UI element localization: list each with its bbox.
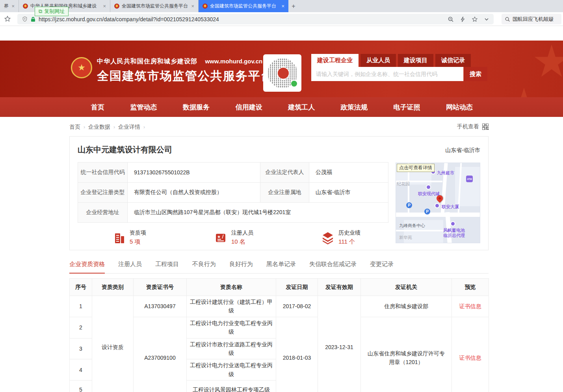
search-tab-personnel[interactable]: 从业人员 (360, 54, 396, 67)
col-serial: 序号 (70, 279, 92, 296)
shield-icon[interactable] (22, 16, 28, 22)
poi-pin-icon (435, 203, 440, 208)
breadcrumb-home[interactable]: 首页 (69, 124, 80, 131)
favorite-star-icon[interactable] (472, 16, 478, 22)
tab-blacklist[interactable]: 黑名单记录 (266, 261, 296, 274)
poi-garden: 纪花园 (397, 181, 410, 187)
copy-icon: ⧉ (39, 8, 42, 15)
company-location-map[interactable]: 点击可查看详情 九州超市 ATM 纪花园 联安现代城 联安大厦 P P 九峰商务… (396, 163, 480, 243)
nav-item-policy[interactable]: 政策法规 (341, 103, 368, 112)
cell-serial: 5 (70, 381, 92, 392)
cell-cert-no: A237009100 (134, 317, 187, 392)
stat-label: 资质项 (130, 229, 146, 237)
company-region: 山东省-临沂市 (445, 147, 480, 154)
chevron-down-icon[interactable] (484, 17, 489, 22)
new-tab-button[interactable]: + (288, 0, 299, 12)
nav-item-data-service[interactable]: 数据服务 (183, 103, 210, 112)
legal-representative-value: 公茂福 (309, 163, 388, 183)
nav-item-workers[interactable]: 建筑工人 (288, 103, 315, 112)
search-tab-project[interactable]: 建设项目 (398, 54, 433, 67)
search-category-tabs: 建设工程企业 从业人员 建设项目 诚信记录 (311, 54, 487, 67)
close-icon[interactable]: × (103, 3, 106, 9)
field-label: 企业经营地址 (78, 203, 128, 223)
search-tab-credit[interactable]: 诚信记录 (435, 54, 471, 67)
qr-code-icon (482, 124, 489, 130)
mobile-view-control[interactable]: 手机查看 (457, 123, 489, 130)
url-text[interactable]: https://jzsc.mohurd.gov.cn/data/company/… (39, 16, 219, 22)
search-button[interactable]: 搜索 (463, 67, 487, 81)
bookmark-star-icon[interactable] (4, 15, 11, 22)
hot-search-text[interactable]: 国航回应飞机颠簸 (513, 16, 554, 23)
table-header-row: 序号 资质类别 资质证书号 资质名称 发证日期 发证有效期 发证机关 预览 (70, 279, 489, 296)
field-label: 企业注册属地 (260, 183, 309, 203)
tab-enterprise-qualification[interactable]: 企业资质资格 (69, 261, 105, 274)
tab-good-behavior[interactable]: 良好行为 (229, 261, 253, 274)
nav-item-supervision[interactable]: 监管动态 (130, 103, 157, 112)
poi-battery-line2: 临沂总代理 (443, 233, 465, 239)
close-icon[interactable]: × (191, 3, 194, 9)
close-icon[interactable]: × (11, 3, 15, 9)
id-card-icon (214, 231, 227, 244)
tab-title: 全国建筑市场监管公共服务平台 (122, 3, 188, 9)
browser-tab-jzsc-active[interactable]: 全国建筑市场监管公共服务平台 × (199, 0, 288, 12)
search-icon (505, 17, 510, 22)
map-road (396, 213, 480, 217)
stat-value[interactable]: 5 项 (130, 238, 146, 246)
national-emblem-favicon-icon (23, 4, 28, 9)
nav-item-credit[interactable]: 信用建设 (236, 103, 262, 112)
qualification-table: 序号 资质类别 资质证书号 资质名称 发证日期 发证有效期 发证机关 预览 1 … (69, 278, 489, 392)
header-search-module: 建设工程企业 从业人员 建设项目 诚信记录 搜索 (311, 54, 487, 81)
browser-url-bar: https://jzsc.mohurd.gov.cn/data/company/… (0, 12, 563, 26)
certificate-info-link[interactable]: 证书信息 (459, 303, 481, 309)
nav-item-home[interactable]: 首页 (91, 103, 104, 112)
field-label: 统一社会信用代码 (78, 163, 128, 183)
zoom-out-icon[interactable] (448, 16, 454, 22)
nav-item-certificates[interactable]: 电子证照 (393, 103, 420, 112)
tab-change-records[interactable]: 变更记录 (370, 261, 394, 274)
nav-item-site-news[interactable]: 网站动态 (446, 103, 473, 112)
cell-qual-name: 工程设计风景园林工程专项乙级 (187, 381, 276, 392)
tab-bad-behavior[interactable]: 不良行为 (192, 261, 216, 274)
map-road (396, 230, 443, 231)
cell-issue-date: 2017-08-02 (276, 296, 318, 317)
stat-historical-performance: 历史业绩 111 个 (321, 229, 360, 246)
qr-code-icon (268, 58, 297, 88)
stat-value[interactable]: 10 名 (231, 238, 253, 246)
cell-category: 设计资质 (92, 296, 134, 392)
tab-dishonesty-records[interactable]: 失信联合惩戒记录 (309, 261, 357, 274)
cell-qual-name: 工程设计电力行业变电工程专业丙级 (187, 317, 276, 338)
poi-tower: 联安大厦 (442, 204, 459, 210)
browser-tab-bar: 界 × 中华人民共和国住房和城乡建设 × 全国建筑市场监管公共服务平台 × 全国… (0, 0, 563, 12)
parking-icon: P (406, 202, 412, 208)
keyword-search-input[interactable] (311, 67, 463, 81)
lock-icon (31, 17, 35, 22)
col-cert-no: 资质证书号 (134, 279, 187, 296)
cell-qual-name: 工程设计建筑行业（建筑工程）甲级 (187, 296, 276, 317)
ministry-name: 中华人民共和国住房和城乡建设部 (97, 58, 197, 65)
cell-qual-name: 工程设计市政行业道路工程专业丙级 (187, 338, 276, 359)
browser-quick-search[interactable]: 国航回应飞机颠簸 (502, 14, 561, 24)
stat-label: 注册人员 (231, 229, 253, 237)
platform-qr-code (263, 54, 301, 92)
tab-title: 全国建筑市场监管公共服务平台 (210, 3, 276, 9)
breadcrumb-company-detail: 企业详情 (118, 124, 140, 131)
close-icon[interactable]: × (281, 3, 284, 9)
stat-registered-personnel: 注册人员 10 名 (214, 229, 253, 246)
search-tab-enterprise[interactable]: 建设工程企业 (311, 54, 359, 67)
col-preview: 预览 (452, 279, 489, 296)
breadcrumb-company-data[interactable]: 企业数据 (88, 124, 110, 131)
cell-valid-until: 2023-12-31 (318, 296, 361, 392)
stat-value[interactable]: 111 个 (338, 238, 360, 246)
address-field[interactable]: https://jzsc.mohurd.gov.cn/data/company/… (17, 14, 494, 24)
tab-registered-personnel[interactable]: 注册人员 (118, 261, 142, 274)
browser-tab-partial[interactable]: 界 × (0, 0, 19, 12)
col-qual-name: 资质名称 (187, 279, 276, 296)
stat-qualifications: 资质项 5 项 (112, 229, 146, 246)
lightning-icon[interactable] (460, 16, 465, 22)
browser-tab-jzsc-1[interactable]: 全国建筑市场监管公共服务平台 × (110, 0, 199, 12)
page-top-gap (0, 26, 563, 41)
poi-supermarket: 九州超市 (437, 170, 454, 176)
certificate-info-link[interactable]: 证书信息 (459, 355, 481, 361)
tab-projects[interactable]: 工程项目 (155, 261, 179, 274)
field-label: 企业登记注册类型 (78, 183, 128, 203)
